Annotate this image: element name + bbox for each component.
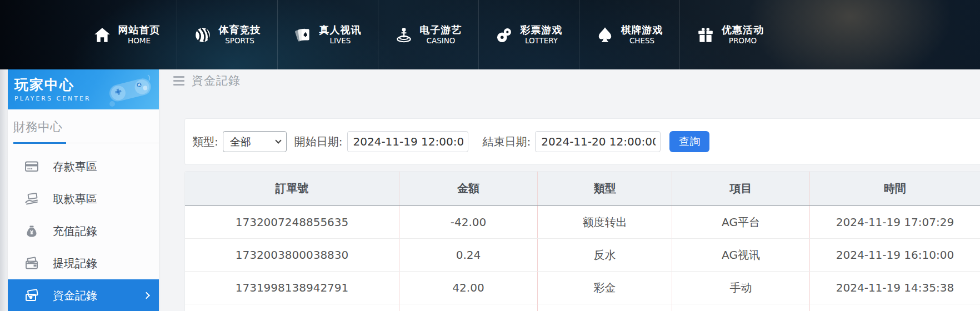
money-bag-icon xyxy=(24,224,39,238)
end-date-label: 結束日期: xyxy=(483,134,531,149)
cell-item: AG视讯 xyxy=(672,239,809,271)
lottery-balls-icon xyxy=(496,26,513,44)
nav-item-lottery[interactable]: 彩票游戏 LOTTERY xyxy=(479,0,579,69)
top-navigation-bar: 网站首页 HOME 体育竞技 SPORTS xyxy=(0,0,980,69)
home-icon xyxy=(93,26,111,44)
sidebar-item-funds-record[interactable]: 資金記錄 xyxy=(8,279,159,311)
menu-toggle-icon[interactable] xyxy=(173,75,184,87)
nav-label-cn: 真人视讯 xyxy=(319,24,362,37)
cell-order-no: 1732007248855635 xyxy=(185,206,399,238)
breadcrumb: 資金記錄 xyxy=(173,73,241,88)
nav-label-en: HOME xyxy=(128,36,151,46)
nav-item-sports[interactable]: 体育竞技 SPORTS xyxy=(177,0,278,69)
sidebar-item-label: 提現記錄 xyxy=(53,256,97,271)
type-label: 類型: xyxy=(192,134,218,149)
table-row: 1732007248855635 -42.00 额度转出 AG平台 2024-1… xyxy=(185,206,980,239)
nav-label-cn: 网站首页 xyxy=(118,24,161,37)
nav-label-cn: 优惠活动 xyxy=(722,24,764,37)
nav-item-casino[interactable]: 电子游艺 CASINO xyxy=(378,0,479,69)
filter-panel: 類型: 全部 開始日期: 結束日期: 查詢 xyxy=(184,118,980,165)
type-select[interactable]: 全部 xyxy=(223,131,287,152)
column-header-time: 時間 xyxy=(809,172,980,205)
column-header-order-no: 訂單號 xyxy=(185,172,399,205)
withdraw-hand-icon xyxy=(24,192,39,206)
gift-icon xyxy=(697,26,714,44)
sidebar-item-label: 充值記錄 xyxy=(53,224,97,239)
cell-item: AG平台 xyxy=(672,206,809,238)
nav-item-lives[interactable]: 真人视讯 LIVES xyxy=(278,0,378,69)
sports-ball-icon xyxy=(194,26,212,44)
sidebar-header: 玩家中心 PLAYERS CENTER xyxy=(8,69,159,109)
nav-item-home[interactable]: 网站首页 HOME xyxy=(77,0,177,69)
cell-item: 手动 xyxy=(672,272,809,304)
cell-order-no: 1732003800038830 xyxy=(185,239,399,271)
cell-type: 额度转出 xyxy=(537,206,672,238)
gamepad-icon xyxy=(104,72,156,107)
nav-label-cn: 体育竞技 xyxy=(219,24,261,37)
nav-label-en: PROMO xyxy=(729,36,757,46)
cell-type: 反水 xyxy=(537,239,672,271)
page-left-edge xyxy=(0,69,8,311)
sidebar-menu: 存款專區 取款專區 充值記錄 xyxy=(8,151,159,311)
sidebar-section-title: 財務中心 xyxy=(8,109,159,142)
nav-label-cn: 电子游艺 xyxy=(420,24,462,37)
funds-record-table: 訂單號 金額 類型 項目 時間 1732007248855635 -42.00 … xyxy=(184,171,980,311)
sidebar-item-label: 資金記錄 xyxy=(53,288,97,303)
cell-amount: 42.00 xyxy=(399,272,537,304)
roulette-icon xyxy=(395,26,413,44)
sidebar-item-withdraw[interactable]: 取款專區 xyxy=(8,183,159,215)
playing-cards-icon xyxy=(294,26,312,44)
nav-item-chess[interactable]: 棋牌游戏 CHESS xyxy=(579,0,680,69)
start-date-label: 開始日期: xyxy=(294,134,343,149)
sidebar-item-recharge-record[interactable]: 充值記錄 xyxy=(8,215,159,247)
page-title: 資金記錄 xyxy=(192,73,241,88)
sidebar-divider xyxy=(13,142,159,144)
banknotes-icon xyxy=(24,288,39,303)
nav-label-en: CHESS xyxy=(629,36,654,46)
column-header-item: 項目 xyxy=(672,172,809,205)
cell-amount: -42.00 xyxy=(399,206,537,238)
table-row: 1731998138942791 42.00 彩金 手动 2024-11-19 … xyxy=(185,272,980,304)
nav-label-en: CASINO xyxy=(427,36,456,46)
deposit-card-icon xyxy=(24,159,39,174)
table-header-row: 訂單號 金額 類型 項目 時間 xyxy=(185,172,980,206)
cell-type: 彩金 xyxy=(537,272,672,304)
nav-label-cn: 彩票游戏 xyxy=(521,24,563,37)
end-date-input[interactable] xyxy=(535,131,661,152)
sidebar-item-label: 存款專區 xyxy=(53,159,97,174)
sidebar-item-label: 取款專區 xyxy=(53,192,97,207)
start-date-input[interactable] xyxy=(347,131,468,152)
table-row-partial xyxy=(185,304,980,311)
nav-label-cn: 棋牌游戏 xyxy=(621,24,663,37)
wallet-icon xyxy=(24,256,39,270)
cell-time: 2024-11-19 16:10:00 xyxy=(809,239,980,271)
cell-amount: 0.24 xyxy=(399,239,537,271)
nav-label-en: SPORTS xyxy=(225,36,254,46)
spade-icon xyxy=(596,26,614,44)
nav-label-en: LIVES xyxy=(330,36,351,46)
players-center-sidebar: 玩家中心 PLAYERS CENTER 財務中心 xyxy=(8,69,159,311)
sidebar-item-deposit[interactable]: 存款專區 xyxy=(8,151,159,183)
cell-order-no: 1731998138942791 xyxy=(185,272,399,304)
table-row: 1732003800038830 0.24 反水 AG视讯 2024-11-19… xyxy=(185,239,980,272)
nav-label-en: LOTTERY xyxy=(525,36,558,46)
nav-menu: 网站首页 HOME 体育竞技 SPORTS xyxy=(77,0,781,69)
column-header-type: 類型 xyxy=(537,172,672,205)
search-button[interactable]: 查詢 xyxy=(669,131,709,152)
cell-time: 2024-11-19 17:07:29 xyxy=(809,206,980,238)
column-header-amount: 金額 xyxy=(399,172,537,205)
cell-time: 2024-11-19 14:35:38 xyxy=(809,272,980,304)
nav-item-promo[interactable]: 优惠活动 PROMO xyxy=(680,0,781,69)
sidebar-item-withdrawal-record[interactable]: 提現記錄 xyxy=(8,247,159,279)
chevron-right-icon xyxy=(143,292,150,299)
